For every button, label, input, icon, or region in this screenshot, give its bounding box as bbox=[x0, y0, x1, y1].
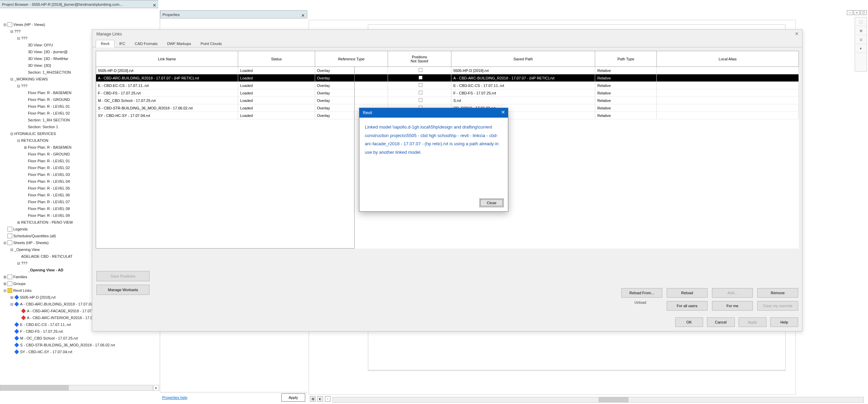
checkbox-icon[interactable] bbox=[419, 98, 422, 102]
nav-tool-icon[interactable]: ▾ bbox=[855, 44, 867, 53]
tree-link[interactable]: F - CBD-FS - 17.07.25.rvt bbox=[20, 328, 63, 335]
tree-item[interactable]: 3D View: {3D - jturner@ bbox=[28, 48, 68, 55]
scroll-thumb[interactable] bbox=[0, 385, 69, 390]
tree-sheets[interactable]: Sheets (HP - Sheets) bbox=[13, 239, 49, 246]
close-icon[interactable]: ✕ bbox=[153, 1, 156, 10]
tree-item[interactable]: Floor Plan: R - GROUND bbox=[28, 151, 70, 158]
tree-link[interactable]: SY - CBD-HC-SY - 17.07.04.rvt bbox=[20, 348, 72, 355]
tree-item[interactable]: 3D View: {3D} bbox=[28, 62, 51, 69]
minimize-icon[interactable]: — bbox=[847, 10, 853, 15]
tree-item[interactable]: HYDRAULIC SERVICES bbox=[14, 130, 56, 137]
cell-path-type[interactable]: Relative bbox=[595, 104, 656, 112]
cell-link-name[interactable]: SY - CBD-HC-SY - 17.07.04.rvt bbox=[96, 112, 238, 119]
properties-help-link[interactable]: Properties help bbox=[162, 395, 187, 400]
tab-revit[interactable]: Revit bbox=[96, 40, 114, 47]
cell-path-type[interactable]: Relative bbox=[595, 112, 656, 119]
restore-icon[interactable]: ▱ bbox=[854, 10, 860, 15]
col-link-name[interactable]: Link Name bbox=[96, 51, 238, 67]
tree-item[interactable]: RETICULATION bbox=[21, 137, 48, 144]
tree-item[interactable]: Floor Plan: R - LEVEL 01 bbox=[28, 103, 70, 110]
cell-ref-type[interactable]: Overlay bbox=[315, 97, 388, 104]
table-row[interactable]: E - CBD-EC-CS - 17.07.11..rvtLoadedOverl… bbox=[96, 82, 799, 89]
tree-revit-links[interactable]: Revit Links bbox=[13, 287, 32, 294]
reload-from-button[interactable]: Reload From... bbox=[621, 288, 662, 298]
properties-apply-button[interactable]: Apply bbox=[281, 393, 305, 402]
scroll-thumb[interactable] bbox=[599, 397, 629, 402]
tree-item[interactable]: Floor Plan: R - LEVEL 08 bbox=[28, 205, 70, 212]
for-me-button[interactable]: For me bbox=[712, 301, 753, 311]
cell-local-alias[interactable] bbox=[656, 104, 799, 112]
cell-status[interactable]: Loaded bbox=[238, 97, 315, 104]
tree-item[interactable]: Floor Plan: R - LEVEL 01 bbox=[28, 158, 70, 164]
table-row[interactable]: A - CBD-ARC-BUILDING_R2018 - 17.07.07 - … bbox=[96, 74, 799, 82]
cell-saved-path[interactable]: A - CBD-ARC-BUILDING_R2018 - 17.07.07 - … bbox=[451, 74, 595, 82]
tree-item[interactable]: Floor Plan: R - LEVEL 02 bbox=[28, 164, 70, 171]
cell-positions[interactable] bbox=[388, 67, 451, 74]
col-local-alias[interactable]: Local Alias bbox=[656, 51, 799, 67]
checkbox-icon[interactable] bbox=[419, 91, 422, 94]
maximize-icon[interactable]: ▢ bbox=[861, 10, 867, 15]
tab-ifc[interactable]: IFC bbox=[114, 40, 130, 47]
cell-status[interactable]: Loaded bbox=[238, 82, 315, 89]
cell-local-alias[interactable] bbox=[656, 67, 799, 74]
cell-positions[interactable] bbox=[388, 97, 451, 104]
col-path-type[interactable]: Path Type bbox=[595, 51, 656, 67]
tree-item[interactable]: Floor Plan: R - LEVEL 09 bbox=[28, 212, 70, 219]
cell-link-name[interactable]: M - OC_CBD School - 17.07.25.rvt bbox=[96, 97, 238, 104]
cell-status[interactable]: Loaded bbox=[238, 89, 315, 97]
cell-link-name[interactable]: E - CBD-EC-CS - 17.07.11..rvt bbox=[96, 82, 238, 89]
tree-link[interactable]: M - OC_CBD School - 17.07.25.rvt bbox=[20, 335, 78, 342]
remove-button[interactable]: Remove bbox=[757, 288, 798, 298]
checkbox-icon[interactable] bbox=[419, 76, 422, 79]
cell-link-name[interactable]: F - CBD-FS - 17.07.25.rvt bbox=[96, 89, 238, 97]
status-arrow-icon[interactable]: ‹ bbox=[325, 396, 330, 402]
tree-item[interactable]: RETICULATION - PENO VIEW bbox=[21, 219, 73, 226]
cell-path-type[interactable]: Relative bbox=[595, 74, 656, 82]
cell-status[interactable]: Loaded bbox=[238, 67, 315, 74]
cell-link-name[interactable]: 5505-HP-D [2018].rvt bbox=[96, 67, 238, 74]
cell-saved-path[interactable]: S.rvt bbox=[451, 97, 595, 104]
tree-item[interactable]: 3D View: OIYU bbox=[28, 42, 53, 48]
cell-positions[interactable] bbox=[388, 74, 451, 82]
tree-item[interactable]: Section: Section 1 bbox=[28, 123, 58, 130]
cell-local-alias[interactable] bbox=[656, 82, 799, 89]
table-row[interactable]: M - OC_CBD School - 17.07.25.rvtLoadedOv… bbox=[96, 97, 799, 104]
nav-tool-icon[interactable]: ⊕ bbox=[855, 26, 867, 35]
col-positions[interactable]: Positions Not Saved bbox=[388, 51, 451, 67]
close-icon[interactable]: ✕ bbox=[301, 12, 305, 20]
tab-dwf[interactable]: DWF Markups bbox=[162, 40, 196, 47]
tab-cad[interactable]: CAD Formats bbox=[130, 40, 162, 47]
manage-worksets-button[interactable]: Manage Worksets bbox=[96, 285, 150, 295]
table-row[interactable]: F - CBD-FS - 17.07.25.rvtLoadedOverlayF … bbox=[96, 89, 799, 97]
tab-pointclouds[interactable]: Point Clouds bbox=[196, 40, 227, 47]
cancel-button[interactable]: Cancel bbox=[707, 317, 735, 327]
error-close-button[interactable]: Close bbox=[479, 198, 504, 207]
cell-saved-path[interactable]: E - CBD-EC-CS - 17.07.11..rvt bbox=[451, 82, 595, 89]
for-all-users-button[interactable]: For all users bbox=[667, 301, 708, 311]
tree-groups[interactable]: Groups bbox=[13, 280, 26, 287]
tree-item[interactable]: ??? bbox=[21, 83, 27, 89]
close-icon[interactable]: ✕ bbox=[795, 31, 799, 36]
scroll-right-icon[interactable]: ▸ bbox=[153, 385, 159, 391]
cell-status[interactable]: Loaded bbox=[238, 74, 315, 82]
cell-status[interactable]: Loaded bbox=[238, 104, 315, 112]
tree-item[interactable]: Floor Plan: R - LEVEL 02 bbox=[28, 110, 70, 117]
tree-item[interactable]: Floor Plan: R - LEVEL 04 bbox=[28, 178, 70, 185]
cell-saved-path[interactable]: F - CBD-FS - 17.07.25.rvt bbox=[451, 89, 595, 97]
cell-path-type[interactable]: Relative bbox=[595, 67, 656, 74]
checkbox-icon[interactable] bbox=[419, 68, 422, 72]
drawing-hscrollbar[interactable] bbox=[332, 397, 864, 403]
cell-local-alias[interactable] bbox=[656, 89, 799, 97]
cell-path-type[interactable]: Relative bbox=[595, 89, 656, 97]
ok-button[interactable]: OK bbox=[675, 317, 703, 327]
close-icon[interactable]: ✕ bbox=[501, 109, 505, 115]
cell-positions[interactable] bbox=[388, 89, 451, 97]
cell-local-alias[interactable] bbox=[656, 74, 799, 82]
col-ref-type[interactable]: Reference Type bbox=[315, 51, 388, 67]
cell-status[interactable]: Loaded bbox=[238, 112, 315, 119]
tree-item[interactable]: ??? bbox=[21, 35, 27, 42]
tree-item-active[interactable]: _Opening View - AD bbox=[28, 267, 63, 273]
checkbox-icon[interactable] bbox=[419, 83, 422, 87]
tree-item[interactable]: Floor Plan: R - LEVEL 07 bbox=[28, 198, 70, 205]
tree-link[interactable]: S - CBD-STR-BUILDING_36_MOD_R2018 - 17.0… bbox=[20, 342, 115, 348]
